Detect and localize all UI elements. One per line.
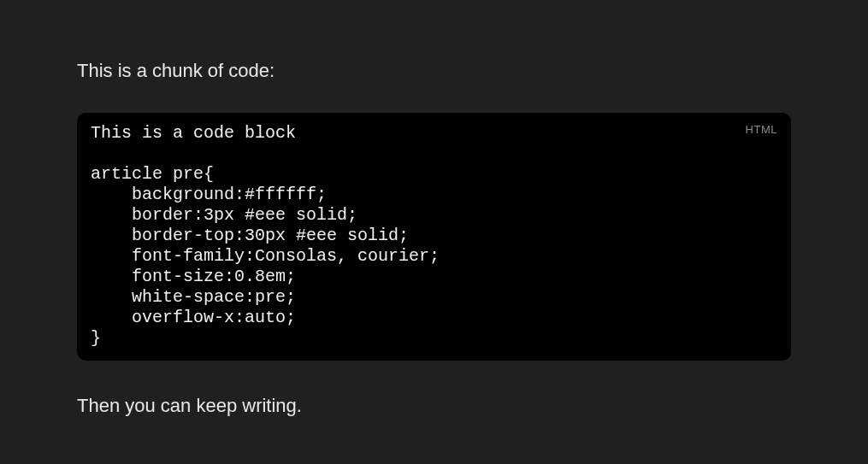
code-content[interactable]: This is a code block article pre{ backgr… [91,123,777,349]
code-language-badge: HTML [746,123,777,136]
outro-paragraph: Then you can keep writing. [77,395,791,417]
code-block: HTML This is a code block article pre{ b… [77,113,791,361]
intro-paragraph: This is a chunk of code: [77,60,791,82]
